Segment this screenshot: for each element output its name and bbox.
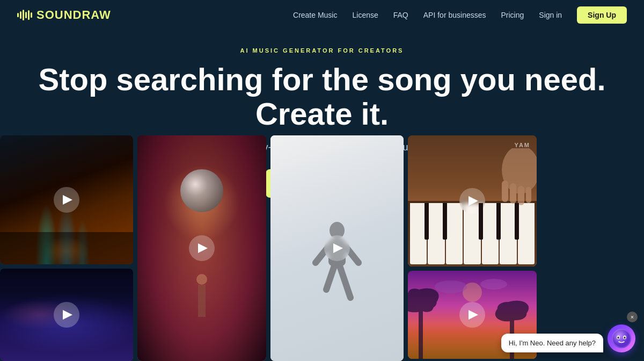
chat-close-button[interactable]: ×: [627, 312, 638, 322]
svg-point-21: [613, 330, 630, 347]
signin-button[interactable]: Sign in: [539, 11, 562, 19]
col-3: [270, 135, 404, 361]
svg-line-4: [326, 266, 334, 290]
chat-avatar-container: ×: [608, 324, 635, 352]
chat-avatar-face: [612, 329, 631, 348]
nav-links: Create Music License FAQ API for busines…: [293, 6, 627, 24]
logo[interactable]: SOUNDRAW: [17, 8, 111, 22]
svg-point-24: [618, 337, 619, 339]
svg-point-25: [624, 337, 626, 339]
svg-rect-10: [526, 187, 531, 203]
city-image[interactable]: [0, 269, 133, 361]
svg-rect-8: [510, 183, 516, 204]
play-button-1[interactable]: [54, 187, 79, 213]
chat-widget: Hi, I'm Neo. Need any help? ×: [501, 324, 635, 352]
hero-title: Stop searching for the song you need. Cr…: [0, 62, 644, 131]
play-button-2[interactable]: [54, 302, 79, 328]
nav-pricing[interactable]: Pricing: [501, 11, 524, 19]
play-button-4[interactable]: [324, 235, 350, 261]
navbar: SOUNDRAW Create Music License FAQ API fo…: [0, 0, 644, 30]
svg-rect-9: [518, 186, 524, 205]
disco-image[interactable]: [137, 135, 266, 361]
logo-text: SOUNDRAW: [36, 8, 111, 22]
col-1: [0, 135, 133, 361]
piano-image[interactable]: YAM: [408, 135, 537, 266]
nav-faq[interactable]: FAQ: [393, 11, 408, 19]
svg-point-19: [435, 280, 467, 293]
nav-create-music[interactable]: Create Music: [293, 11, 337, 19]
chat-bubble: Hi, I'm Neo. Need any help?: [501, 334, 603, 352]
logo-icon: [17, 10, 32, 20]
nav-license[interactable]: License: [352, 11, 378, 19]
play-button-6[interactable]: [459, 302, 485, 328]
svg-point-20: [480, 279, 507, 290]
hero-subtitle: AI MUSIC GENERATOR FOR CREATORS: [0, 47, 644, 54]
concert-image[interactable]: [0, 135, 133, 264]
chat-avatar[interactable]: [608, 324, 635, 352]
svg-line-5: [340, 266, 350, 298]
play-button-3[interactable]: [189, 235, 215, 261]
nav-api[interactable]: API for businesses: [423, 11, 486, 19]
col-2: [137, 135, 266, 361]
signup-button[interactable]: Sign Up: [577, 6, 627, 24]
dancer-image[interactable]: [270, 135, 404, 361]
svg-rect-7: [502, 180, 508, 202]
